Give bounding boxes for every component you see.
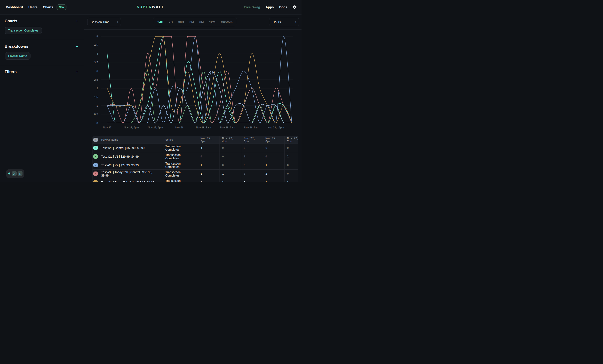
column-header: Series — [163, 136, 198, 144]
range-24h[interactable]: 24H — [155, 20, 166, 24]
table-row: ✓Test #3L | Today Tab | V1 | $29.99, $4.… — [93, 178, 298, 182]
y-axis-label: 4.5 — [94, 44, 98, 47]
paywall-name-cell: Test #2L | Control | $59.99, $9.99 — [99, 144, 163, 152]
settings-gear-icon[interactable] — [293, 5, 297, 9]
row-checkbox[interactable]: ✓ — [93, 163, 98, 167]
sidebar: Charts + Transaction Completes Breakdown… — [0, 14, 84, 182]
breakdown-table-wrap: ✓Paywall NameSeriesNov 27, 3pmNov 27, 4p… — [93, 136, 298, 182]
breakdown-table: ✓Paywall NameSeriesNov 27, 3pmNov 27, 4p… — [93, 136, 298, 182]
value-cell: 1 — [263, 178, 284, 182]
paywall-name-cell: Test #3L | Today Tab | Control | $59.99,… — [99, 169, 163, 178]
range-3m[interactable]: 3M — [187, 20, 197, 24]
top-nav: Dashboard Users Charts New $UPERWALL Fre… — [0, 0, 302, 14]
filters-section-title: Filters — [5, 69, 17, 74]
range-group-wrap: 24H 7D 30D 3M 6M 12M Custom — [121, 18, 269, 26]
main-panel: Session Time ▾ 24H 7D 30D 3M 6M 12M Cust… — [84, 14, 302, 182]
value-cell: 1 — [198, 169, 220, 178]
row-checkbox[interactable]: ✓ — [93, 154, 98, 159]
row-checkbox[interactable]: ✓ — [93, 146, 98, 150]
sidebar-section-breakdowns: Breakdowns + Paywall Name — [0, 40, 84, 65]
add-filter-plus-icon[interactable]: + — [75, 70, 79, 74]
table-row: ✓Test #2L | Control | $59.99, $9.99Trans… — [93, 144, 298, 152]
unit-select[interactable]: Hours ▾ — [269, 18, 299, 26]
lightning-bolt-icon — [8, 172, 11, 175]
time-range-group: 24H 7D 30D 3M 6M 12M Custom — [153, 18, 237, 26]
add-chart-plus-icon[interactable]: + — [75, 19, 79, 23]
y-axis-label: 0.5 — [94, 113, 98, 116]
range-7d[interactable]: 7D — [166, 20, 175, 24]
range-6m[interactable]: 6M — [197, 20, 207, 24]
nav-item-apps[interactable]: Apps — [266, 5, 274, 9]
x-axis-label: Nov 28, 9am — [244, 126, 259, 129]
sidebar-section-charts: Charts + Transaction Completes — [0, 14, 84, 40]
nav-item-docs[interactable]: Docs — [279, 5, 287, 9]
value-cell: 0 — [284, 144, 298, 152]
nav-item-dashboard[interactable]: Dashboard — [6, 5, 23, 9]
series-cell: Transaction Completes — [163, 161, 198, 169]
row-checkbox[interactable]: ✓ — [93, 180, 98, 182]
column-header: Nov 27, 4pm — [220, 136, 241, 144]
content-shell: Charts + Transaction Completes Breakdown… — [0, 14, 302, 182]
table-row: ✓Test #3L | Today Tab | Control | $59.99… — [93, 169, 298, 178]
x-axis-label: Nov 28 — [175, 126, 184, 129]
add-breakdown-plus-icon[interactable]: + — [75, 45, 79, 48]
y-axis-label: 3 — [96, 69, 98, 72]
x-axis-label: Nov 27, 6pm — [124, 126, 139, 129]
value-cell: 0 — [284, 161, 298, 169]
value-cell: 2 — [263, 169, 284, 178]
value-cell: 0 — [284, 169, 298, 178]
sidebar-section-filters: Filters + — [0, 65, 84, 82]
nav-item-free-swag[interactable]: Free Swag — [244, 5, 260, 9]
value-cell: 0 — [220, 152, 241, 161]
value-cell: 1 — [284, 178, 298, 182]
value-cell: 0 — [263, 152, 284, 161]
column-header: Nov 27, 3pm — [198, 136, 220, 144]
x-axis-label: Nov 27, 9pm — [148, 126, 163, 129]
range-30d[interactable]: 30D — [175, 20, 187, 24]
value-cell: 1 — [198, 161, 220, 169]
metric-select[interactable]: Session Time ▾ — [87, 18, 121, 26]
y-axis-label: 2 — [96, 87, 98, 90]
value-cell: 0 — [241, 152, 263, 161]
nav-item-users[interactable]: Users — [28, 5, 37, 9]
y-axis-label: 0 — [96, 122, 98, 125]
value-cell: 1 — [220, 178, 241, 182]
value-cell: 2 — [198, 178, 220, 182]
series-cell: Transaction Completes — [163, 169, 198, 178]
superwall-logo[interactable]: $UPERWALL — [137, 5, 165, 9]
logo-rest: WALL — [152, 5, 165, 9]
charts-section-title: Charts — [5, 19, 17, 23]
line-chart-svg: 00.511.522.533.544.55Nov 27Nov 27, 6pmNo… — [88, 32, 298, 133]
column-header: Nov 27, 5pm — [241, 136, 263, 144]
value-cell: 0 — [241, 161, 263, 169]
value-cell: 0 — [220, 144, 241, 152]
value-cell: 1 — [263, 161, 284, 169]
y-axis-label: 4 — [96, 52, 98, 55]
chevron-down-icon: ▾ — [290, 21, 296, 23]
nav-left: Dashboard Users Charts New — [6, 4, 66, 10]
value-cell: 0 — [241, 144, 263, 152]
logo-accent: $UPER — [137, 5, 152, 9]
value-cell: 1 — [220, 169, 241, 178]
chip-paywall-name[interactable]: Paywall Name — [5, 52, 31, 60]
value-cell: 4 — [198, 144, 220, 152]
range-12m[interactable]: 12M — [207, 20, 218, 24]
y-axis-label: 2.5 — [94, 78, 98, 81]
nav-item-charts[interactable]: Charts — [43, 5, 53, 9]
value-cell: 0 — [198, 152, 220, 161]
y-axis-label: 1.5 — [94, 95, 98, 99]
chevron-down-icon: ▾ — [111, 21, 118, 23]
chip-transaction-completes[interactable]: Transaction Completes — [5, 27, 42, 34]
range-custom[interactable]: Custom — [218, 20, 235, 24]
y-axis-label: 3.5 — [94, 61, 98, 64]
value-cell: 1 — [284, 152, 298, 161]
row-checkbox[interactable]: ✓ — [93, 171, 98, 176]
select-all-checkbox[interactable]: ✓ — [93, 138, 98, 142]
x-axis-label: Nov 28, 3am — [196, 126, 211, 129]
column-header: Nov 27, 7pm — [284, 136, 298, 144]
breakdowns-section-title: Breakdowns — [5, 44, 28, 49]
command-palette-shortcut[interactable]: ⌘ K — [6, 169, 24, 178]
paywall-name-cell: Test #3L | Today Tab | V1 | $29.99, $4.9… — [99, 178, 163, 182]
y-axis-label: 5 — [96, 35, 98, 38]
table-row: ✓Test #2L | V1 | $29.99, $4.99Transactio… — [93, 152, 298, 161]
